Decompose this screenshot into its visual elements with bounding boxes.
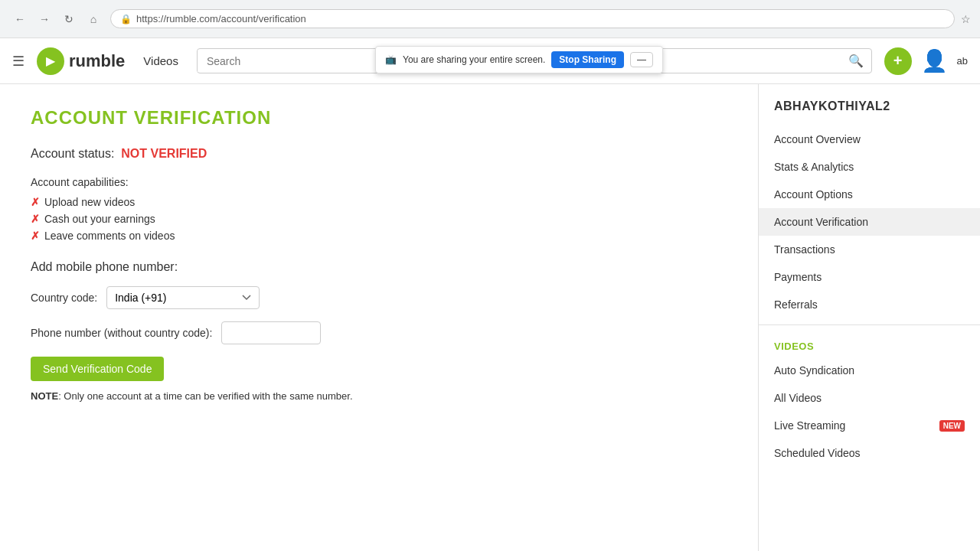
country-select[interactable]: India (+91) United States (+1) United Ki…: [106, 286, 260, 309]
sidebar-item-all-videos[interactable]: All Videos: [759, 384, 980, 412]
share-banner: 📺 You are sharing your entire screen. St…: [375, 46, 663, 73]
hamburger-icon[interactable]: ☰: [12, 53, 24, 70]
sidebar-item-auto-syndication[interactable]: Auto Syndication: [759, 357, 980, 384]
nav-buttons: ← → ↻ ⌂: [9, 8, 104, 30]
browser-bar: ← → ↻ ⌂ 🔒 https://rumble.com/account/ver…: [0, 0, 980, 38]
main-layout: ACCOUNT VERIFICATION Account status: NOT…: [0, 84, 980, 551]
add-channel-button[interactable]: +: [884, 47, 912, 75]
forward-button[interactable]: →: [34, 8, 55, 30]
sidebar-item-account-verification-label: Account Verification: [774, 216, 868, 228]
phone-number-row: Phone number (without country code):: [31, 321, 727, 344]
nav-right: + 👤 ab: [884, 47, 968, 75]
x-icon-comments: ✗: [31, 230, 40, 242]
sidebar-item-transactions[interactable]: Transactions: [759, 236, 980, 263]
sidebar-username: ABHAYKOTHIYAL2: [759, 99, 980, 126]
sidebar-item-transactions-label: Transactions: [774, 243, 835, 256]
sidebar-item-referrals[interactable]: Referrals: [759, 291, 980, 318]
logo-text: rumble: [69, 51, 125, 71]
page-title: ACCOUNT VERIFICATION: [31, 107, 727, 129]
note-content: : Only one account at a time can be veri…: [58, 390, 352, 402]
capability-cashout: ✗ Cash out your earnings: [31, 213, 727, 225]
sidebar-item-account-overview[interactable]: Account Overview: [759, 126, 980, 153]
sidebar-item-account-overview-label: Account Overview: [774, 133, 861, 145]
security-icon: 🔒: [120, 14, 132, 24]
add-phone-title: Add mobile phone number:: [31, 260, 727, 274]
bookmark-icon[interactable]: ☆: [961, 13, 971, 25]
sidebar-videos-section: VIDEOS: [759, 331, 980, 357]
sidebar-item-all-videos-label: All Videos: [774, 392, 822, 404]
user-avatar-icon[interactable]: 👤: [921, 48, 948, 73]
phone-input[interactable]: [221, 321, 321, 344]
sidebar-item-live-streaming[interactable]: Live Streaming NEW: [759, 412, 980, 439]
capability-comments: ✗ Leave comments on videos: [31, 230, 727, 242]
screen-share-icon: 📺: [385, 54, 397, 65]
content-area: ACCOUNT VERIFICATION Account status: NOT…: [0, 84, 758, 551]
sidebar: ABHAYKOTHIYAL2 Account Overview Stats & …: [758, 84, 980, 551]
sidebar-item-stats-analytics-label: Stats & Analytics: [774, 161, 854, 173]
capability-upload-label: Upload new videos: [44, 196, 135, 208]
sidebar-divider: [759, 324, 980, 325]
sidebar-item-auto-syndication-label: Auto Syndication: [774, 364, 854, 377]
stop-sharing-button[interactable]: Stop Sharing: [551, 51, 624, 68]
sidebar-item-account-options[interactable]: Account Options: [759, 181, 980, 208]
home-button[interactable]: ⌂: [83, 8, 104, 30]
note-bold: NOTE: [31, 390, 58, 402]
share-message: You are sharing your entire screen.: [403, 54, 545, 65]
capability-comments-label: Leave comments on videos: [44, 230, 175, 242]
sidebar-item-live-streaming-label: Live Streaming: [774, 419, 845, 432]
refresh-button[interactable]: ↻: [58, 8, 80, 30]
country-code-row: Country code: India (+91) United States …: [31, 286, 727, 309]
account-status-label: Account status:: [31, 147, 114, 160]
sidebar-item-payments-label: Payments: [774, 271, 822, 283]
sidebar-item-account-options-label: Account Options: [774, 188, 853, 201]
url-text: https://rumble.com/account/verification: [136, 13, 306, 24]
x-icon-cashout: ✗: [31, 213, 40, 225]
account-status: Account status: NOT VERIFIED: [31, 147, 727, 161]
logo[interactable]: ▶ rumble: [37, 47, 125, 75]
country-label: Country code:: [31, 292, 97, 304]
search-button[interactable]: 🔍: [841, 49, 871, 73]
sidebar-item-stats-analytics[interactable]: Stats & Analytics: [759, 153, 980, 181]
new-badge-live: NEW: [939, 420, 965, 432]
sidebar-item-scheduled-videos[interactable]: Scheduled Videos: [759, 439, 980, 467]
capabilities-title: Account capabilities:: [31, 176, 727, 188]
account-status-value: NOT VERIFIED: [121, 147, 207, 160]
phone-label: Phone number (without country code):: [31, 327, 212, 339]
back-button[interactable]: ←: [9, 8, 31, 30]
minimize-button[interactable]: —: [630, 52, 653, 67]
sidebar-item-payments[interactable]: Payments: [759, 263, 980, 291]
capability-cashout-label: Cash out your earnings: [44, 213, 155, 225]
x-icon-upload: ✗: [31, 196, 40, 208]
sidebar-item-scheduled-videos-label: Scheduled Videos: [774, 447, 861, 459]
capability-upload: ✗ Upload new videos: [31, 196, 727, 208]
sidebar-item-account-verification[interactable]: Account Verification: [759, 208, 980, 236]
username-label: ab: [957, 55, 968, 67]
videos-button[interactable]: Videos: [137, 51, 185, 70]
address-bar[interactable]: 🔒 https://rumble.com/account/verificatio…: [110, 9, 955, 28]
play-icon: ▶: [46, 54, 55, 68]
sidebar-item-referrals-label: Referrals: [774, 298, 818, 311]
note-text: NOTE: Only one account at a time can be …: [31, 390, 727, 402]
logo-icon: ▶: [37, 47, 64, 75]
send-verification-button[interactable]: Send Verification Code: [31, 357, 164, 381]
